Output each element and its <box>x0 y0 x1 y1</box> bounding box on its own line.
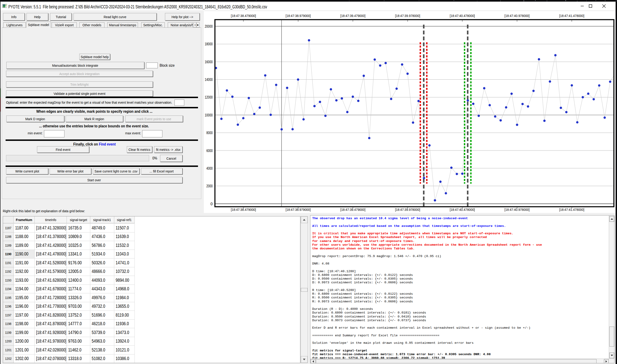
svg-text:12000: 12000 <box>205 95 213 99</box>
svg-text:4000: 4000 <box>206 166 213 170</box>
svg-text:8000: 8000 <box>206 131 213 135</box>
svg-text:0: 0 <box>211 202 213 206</box>
svg-text:6000: 6000 <box>206 149 213 153</box>
svg-text:[18:47:41.478000]: [18:47:41.478000] <box>559 14 584 18</box>
svg-text:2000: 2000 <box>206 184 213 188</box>
svg-text:10000: 10000 <box>205 113 213 117</box>
svg-text:[18:47:40.478000]: [18:47:40.478000] <box>450 14 475 18</box>
svg-text:16000: 16000 <box>205 60 213 64</box>
svg-text:[18:47:40.978000]: [18:47:40.978000] <box>504 14 530 18</box>
svg-text:[18:47:38.479000]: [18:47:38.479000] <box>231 14 256 18</box>
svg-text:[18:47:39.479000]: [18:47:39.479000] <box>340 14 366 18</box>
svg-text:14000: 14000 <box>205 78 213 82</box>
svg-text:18000: 18000 <box>205 42 213 46</box>
svg-text:[18:47:38.979000]: [18:47:38.979000] <box>286 14 311 18</box>
svg-text:20000: 20000 <box>205 24 213 28</box>
svg-text:[18:47:39.978000]: [18:47:39.978000] <box>395 14 420 18</box>
